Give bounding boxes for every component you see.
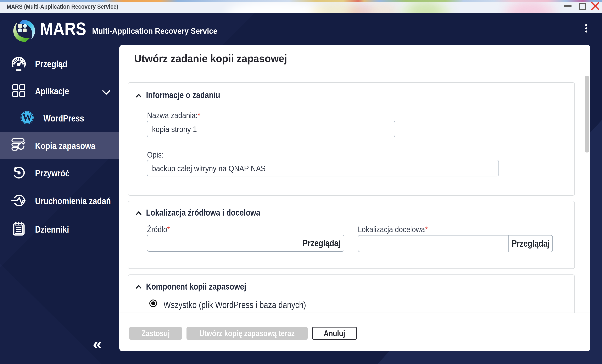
svg-text:W: W [22,112,32,123]
